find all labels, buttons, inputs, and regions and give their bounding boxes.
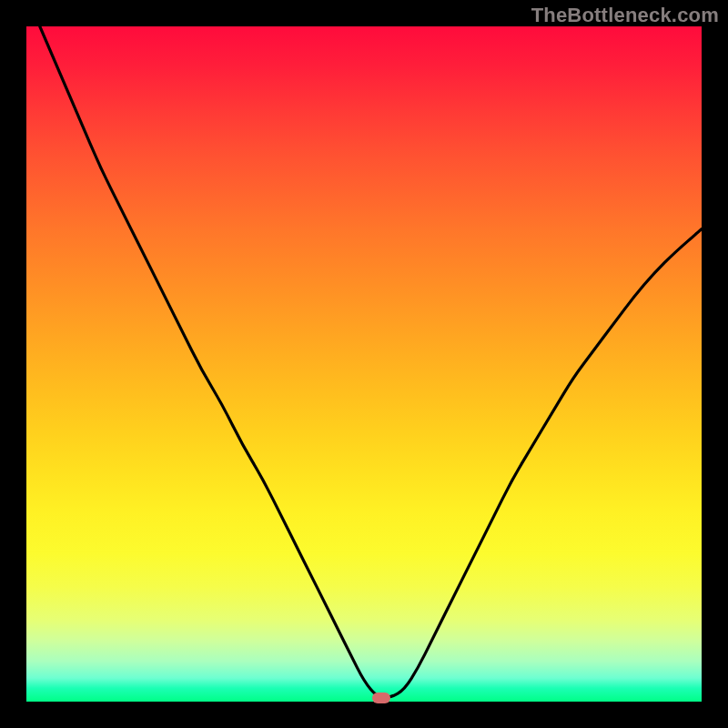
bottleneck-curve: [26, 26, 702, 702]
optimum-marker: [372, 693, 390, 703]
chart-frame: TheBottleneck.com: [0, 0, 728, 728]
watermark-text: TheBottleneck.com: [531, 4, 719, 27]
plot-area: [26, 26, 702, 702]
